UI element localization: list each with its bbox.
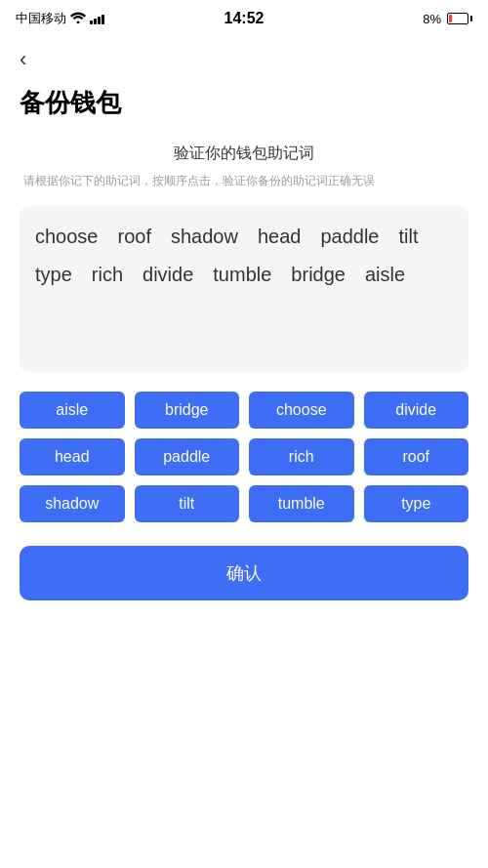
display-word: choose [35, 226, 99, 248]
word-button[interactable]: tilt [135, 485, 240, 522]
confirm-button[interactable]: 确认 [20, 546, 468, 600]
wifi-icon [70, 12, 86, 26]
section-title: 验证你的钱包助记词 [20, 144, 468, 164]
display-word: tumble [213, 264, 271, 286]
status-left: 中国移动 [16, 10, 104, 27]
svg-point-0 [77, 21, 80, 23]
carrier-text: 中国移动 [16, 10, 66, 27]
display-word: paddle [320, 226, 379, 248]
display-word: rich [92, 264, 123, 286]
status-right: 8% [423, 12, 472, 26]
word-display-box: chooseroofshadowheadpaddletilttyperichdi… [20, 206, 468, 372]
word-button[interactable]: head [20, 438, 125, 475]
watermark-area [20, 600, 468, 659]
page-title: 备份钱包 [20, 86, 468, 120]
word-button[interactable]: type [364, 485, 469, 522]
page-container: ‹ 备份钱包 验证你的钱包助记词 请根据你记下的助记词，按顺序点击，验证你备份的… [0, 33, 488, 679]
status-bar: 中国移动 14:52 8% [0, 0, 488, 33]
display-word: roof [118, 226, 151, 248]
word-button[interactable]: rich [249, 438, 354, 475]
word-button[interactable]: paddle [135, 438, 240, 475]
display-word: bridge [291, 264, 346, 286]
word-button[interactable]: choose [249, 392, 354, 429]
battery-icon [447, 13, 472, 24]
display-word: aisle [365, 264, 405, 286]
word-button[interactable]: divide [364, 392, 469, 429]
battery-percent: 8% [423, 12, 441, 26]
status-time: 14:52 [224, 10, 264, 27]
display-word: head [258, 226, 302, 248]
word-button[interactable]: aisle [20, 392, 125, 429]
section-desc: 请根据你记下的助记词，按顺序点击，验证你备份的助记词正确无误 [20, 172, 468, 190]
display-word: tilt [398, 226, 418, 248]
word-display-content: chooseroofshadowheadpaddletilttyperichdi… [35, 226, 453, 294]
display-word: type [35, 264, 72, 286]
word-button[interactable]: roof [364, 438, 469, 475]
back-button[interactable]: ‹ [20, 43, 26, 76]
word-buttons-grid: aislebridgechoosedivideheadpaddlerichroo… [20, 392, 468, 522]
signal-bars [90, 13, 104, 24]
word-button[interactable]: shadow [20, 485, 125, 522]
word-button[interactable]: tumble [249, 485, 354, 522]
display-word: divide [142, 264, 193, 286]
word-button[interactable]: bridge [135, 392, 240, 429]
display-word: shadow [171, 226, 238, 248]
